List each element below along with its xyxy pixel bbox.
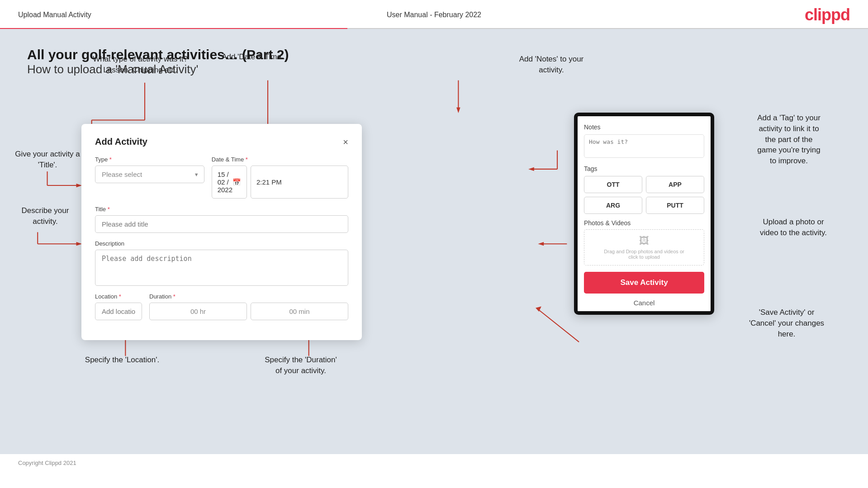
manual-title: User Manual - February 2022 [387, 11, 481, 19]
datetime-label: Date & Time * [212, 156, 348, 163]
title-annotation: Give your activity a'Title'. [9, 149, 86, 171]
type-select-wrapper[interactable]: Please select [95, 166, 204, 183]
logo: clippd [805, 5, 850, 24]
date-time-row: 15 / 02 / 2022 📅 [212, 166, 348, 199]
datetime-annotation-text: Add 'Date & Time'. [222, 52, 285, 61]
title-annotation-text: Give your activity a'Title'. [15, 150, 80, 169]
save-section: Save Activity [578, 272, 711, 294]
time-input[interactable] [251, 166, 348, 199]
title-label: Title * [95, 206, 348, 213]
description-label: Description [95, 240, 348, 247]
date-value: 15 / 02 / 2022 [218, 171, 232, 194]
duration-row [149, 303, 348, 320]
save-annotation: 'Save Activity' or'Cancel' your changesh… [726, 307, 848, 339]
location-field-group: Location * [95, 293, 142, 320]
photo-annotation: Upload a photo orvideo to the activity. [739, 217, 848, 238]
title-input[interactable] [95, 215, 348, 233]
notes-annotation-text: Add 'Notes' to youractivity. [519, 55, 584, 74]
desc-annotation: Describe youractivity. [7, 205, 84, 227]
photos-label: Photos & Videos [584, 219, 704, 227]
top-bar: Upload Manual Activity User Manual - Feb… [0, 0, 868, 28]
photo-upload-text: Drag and Drop photos and videos or click… [604, 249, 684, 260]
photo-icon: 🖼 [639, 235, 649, 247]
date-input[interactable]: 15 / 02 / 2022 📅 [212, 166, 247, 199]
photo-annotation-text: Upload a photo orvideo to the activity. [760, 218, 827, 237]
close-button[interactable]: × [343, 137, 348, 147]
datetime-field-group: Date & Time * 15 / 02 / 2022 📅 [212, 156, 348, 199]
location-annotation-text: Specify the 'Location'. [85, 355, 159, 364]
save-annotation-text: 'Save Activity' or'Cancel' your changesh… [749, 308, 824, 338]
location-duration-row: Location * Duration * [95, 293, 348, 320]
footer: Copyright Clippd 2021 [0, 454, 868, 472]
title-row: Title * [95, 206, 348, 233]
description-textarea[interactable] [95, 250, 348, 286]
add-activity-modal: Add Activity × Type * Please select Date… [81, 124, 362, 340]
type-label: Type * [95, 156, 204, 163]
tags-label: Tags [584, 165, 704, 172]
svg-marker-23 [538, 242, 544, 246]
location-input[interactable] [95, 303, 142, 320]
type-field-group: Type * Please select [95, 156, 204, 199]
page-title: Upload Manual Activity [18, 11, 91, 19]
title-field-group: Title * [95, 206, 348, 233]
duration-annotation-text: Specify the 'Duration'of your activity. [265, 355, 337, 375]
svg-line-24 [538, 309, 579, 342]
phone-content: Notes Tags OTT APP ARG PUTT Photos & Vid… [578, 116, 711, 265]
phone-panel: Notes Tags OTT APP ARG PUTT Photos & Vid… [574, 113, 714, 315]
type-select[interactable]: Please select [95, 166, 204, 183]
desc-annotation-text: Describe youractivity. [22, 206, 69, 226]
duration-label: Duration * [149, 293, 348, 300]
svg-marker-25 [536, 307, 541, 312]
tags-grid: OTT APP ARG PUTT [584, 176, 704, 214]
modal-header: Add Activity × [95, 137, 348, 147]
description-field-group: Description [95, 240, 348, 286]
type-annotation-text: What type of activity was it?Lesson, Chi… [93, 55, 188, 74]
type-datetime-row: Type * Please select Date & Time * 15 / … [95, 156, 348, 199]
tag-app[interactable]: APP [646, 176, 704, 193]
modal-title: Add Activity [95, 137, 147, 147]
calendar-icon: 📅 [232, 178, 241, 186]
tag-putt[interactable]: PUTT [646, 197, 704, 214]
svg-marker-18 [456, 108, 460, 113]
main-content: All your golf-relevant activities… (Part… [0, 29, 868, 454]
tags-annotation: Add a 'Tag' to youractivity to link it t… [735, 113, 843, 166]
photo-upload-box[interactable]: 🖼 Drag and Drop photos and videos or cli… [584, 229, 704, 265]
location-label: Location * [95, 293, 142, 300]
duration-field-group: Duration * [149, 293, 348, 320]
svg-marker-21 [528, 167, 534, 171]
save-activity-button[interactable]: Save Activity [584, 272, 704, 294]
tags-annotation-text: Add a 'Tag' to youractivity to link it t… [757, 114, 821, 165]
tag-ott[interactable]: OTT [584, 176, 642, 193]
notes-annotation: Add 'Notes' to youractivity. [502, 54, 601, 76]
notes-label: Notes [584, 123, 704, 131]
duration-annotation: Specify the 'Duration'of your activity. [244, 355, 357, 376]
duration-hr-input[interactable] [149, 303, 247, 320]
cancel-link[interactable]: Cancel [578, 294, 711, 311]
footer-text: Copyright Clippd 2021 [18, 460, 76, 466]
type-annotation: What type of activity was it?Lesson, Chi… [81, 54, 199, 76]
location-annotation: Specify the 'Location'. [79, 355, 165, 365]
duration-min-input[interactable] [251, 303, 348, 320]
datetime-annotation: Add 'Date & Time'. [204, 52, 303, 62]
notes-textarea[interactable] [584, 134, 704, 158]
description-row: Description [95, 240, 348, 286]
tag-arg[interactable]: ARG [584, 197, 642, 214]
